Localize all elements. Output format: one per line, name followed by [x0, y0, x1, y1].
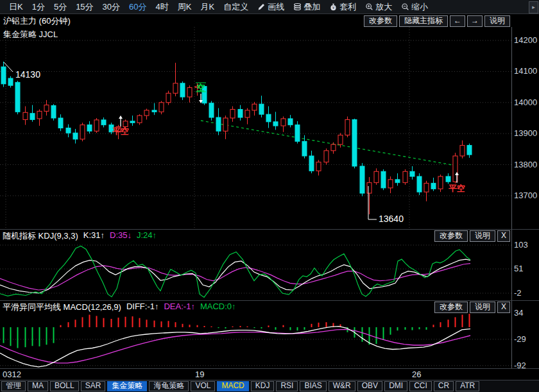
- strategy-label: 集金策略 JJCL: [3, 29, 58, 40]
- kdj-help-button[interactable]: 说明: [470, 230, 495, 242]
- tab-dmi[interactable]: DMI: [384, 381, 407, 391]
- kdj-change-params-button[interactable]: 改参数: [434, 230, 468, 242]
- symbol-title: 沪铝主力 (60分钟): [0, 15, 71, 27]
- axis-label: 13900: [514, 128, 537, 138]
- draw-line-button[interactable]: 画线: [257, 1, 284, 13]
- period-weekly[interactable]: 周K: [178, 1, 192, 13]
- prev-arrow-button[interactable]: ←: [450, 15, 465, 27]
- tab-atr[interactable]: ATR: [456, 381, 479, 391]
- price-axis: 14200141001400013900138001370010351-234-…: [511, 27, 539, 369]
- arbitrage-button[interactable]: ¥ 套利: [329, 1, 356, 13]
- tab-rsi[interactable]: RSI: [276, 381, 298, 391]
- period-4h-label: 4时: [156, 1, 169, 13]
- period-custom[interactable]: 自定义: [223, 1, 248, 13]
- tab-bias[interactable]: BIAS: [300, 381, 326, 391]
- tab-cci[interactable]: CCI: [409, 381, 432, 391]
- period-monthly-label: 月K: [200, 1, 214, 13]
- period-1min-label: 1分: [32, 1, 45, 13]
- kdj-j-value: J:24↑: [137, 230, 157, 242]
- kdj-title: 随机指标 KDJ(9,3,3): [3, 230, 78, 242]
- zoom-in-label: 放大: [375, 1, 392, 13]
- axis-label: 34: [514, 308, 523, 318]
- period-60min-label: 60分: [129, 1, 146, 13]
- period-15min[interactable]: 15分: [76, 1, 93, 13]
- tab-vol[interactable]: VOL: [191, 381, 215, 391]
- macd-header: 平滑异同平均线 MACD(12,26,9) DIFF:-1↑ DEA:-1↑ M…: [0, 301, 511, 314]
- tab-manage[interactable]: 管理: [1, 381, 26, 391]
- stacked-layers-icon: [293, 3, 302, 11]
- macd-macd-value: MACD:0↑: [200, 302, 236, 313]
- panel-toggle-button[interactable]: ▸: [529, 1, 538, 13]
- macd-chart[interactable]: [0, 312, 511, 369]
- tab-ma[interactable]: MA: [28, 381, 48, 391]
- period-4h[interactable]: 4时: [156, 1, 169, 13]
- zoom-in-icon: [365, 3, 373, 11]
- tab-boll[interactable]: BOLL: [50, 381, 79, 391]
- change-params-button[interactable]: 改参数: [364, 15, 397, 27]
- macd-change-params-button[interactable]: 改参数: [434, 302, 468, 313]
- period-monthly[interactable]: 月K: [200, 1, 214, 13]
- svg-text:13640: 13640: [379, 214, 404, 224]
- zoom-out-label: 缩小: [411, 1, 428, 13]
- time-axis: 03121926: [0, 369, 539, 379]
- tab-obv[interactable]: OBV: [357, 381, 382, 391]
- tab-kdj[interactable]: KDJ: [251, 381, 275, 391]
- period-1min[interactable]: 1分: [32, 1, 45, 13]
- macd-dea-value: DEA:-1↑: [164, 302, 194, 313]
- period-60min[interactable]: 60分: [129, 1, 146, 13]
- money-bag-icon: ¥: [329, 3, 338, 11]
- macd-help-button[interactable]: 说明: [470, 302, 495, 313]
- axis-label: 13800: [514, 160, 537, 169]
- tab-wr[interactable]: W&R: [329, 381, 355, 391]
- period-15min-label: 15分: [76, 1, 93, 13]
- axis-label: -2: [514, 288, 522, 298]
- period-daily[interactable]: 日K: [9, 1, 23, 13]
- kdj-header: 随机指标 KDJ(9,3,3) K:31↑ D:35↓ J:24↑ 改参数 说明…: [0, 230, 511, 243]
- period-30min-label: 30分: [103, 1, 120, 13]
- axis-label: -29: [514, 334, 526, 344]
- arbitrage-label: 套利: [339, 1, 356, 13]
- kdj-k-value: K:31↑: [83, 230, 105, 242]
- tab-jijin-strategy[interactable]: 集金策略: [107, 381, 147, 391]
- period-5min-label: 5分: [54, 1, 67, 13]
- period-30min[interactable]: 30分: [103, 1, 120, 13]
- chart-titlebar: 沪铝主力 (60分钟) 改参数 隐藏主指标 ← → 说明: [0, 15, 539, 28]
- period-custom-label: 自定义: [223, 1, 248, 13]
- axis-label: 14200: [514, 35, 537, 45]
- svg-text:平空: 平空: [112, 126, 129, 136]
- tab-turtle-strategy[interactable]: 海龟策略: [149, 381, 189, 391]
- kdj-chart[interactable]: [0, 243, 511, 302]
- axis-label: 13700: [514, 191, 537, 200]
- draw-line-label: 画线: [268, 1, 284, 13]
- axis-label: 51: [514, 264, 523, 273]
- help-button[interactable]: 说明: [484, 15, 510, 27]
- macd-close-button[interactable]: X: [497, 302, 510, 313]
- zoom-out-icon: [401, 3, 409, 11]
- next-arrow-button[interactable]: →: [467, 15, 483, 27]
- zoom-out-button[interactable]: 缩小: [401, 1, 428, 13]
- hide-main-indicator-button[interactable]: 隐藏主指标: [399, 15, 448, 27]
- svg-text:平空: 平空: [449, 183, 465, 193]
- indicator-tabbar: 管理MABOLLSAR集金策略海龟策略VOLMACDKDJRSIBIASW&RO…: [0, 380, 539, 392]
- time-axis-label: 0312: [3, 370, 21, 379]
- time-axis-label: 26: [412, 370, 421, 379]
- axis-label: 14000: [514, 98, 537, 107]
- period-weekly-label: 周K: [178, 1, 192, 13]
- trading-app-window: 日K 1分 5分 15分 30分 60分 4时 周K 月K 自定义 画线 叠加 …: [0, 0, 539, 392]
- zoom-in-button[interactable]: 放大: [365, 1, 392, 13]
- panel-separator: [0, 368, 539, 369]
- tab-sar[interactable]: SAR: [81, 381, 106, 391]
- overlay-button[interactable]: 叠加: [293, 1, 320, 13]
- kdj-d-value: D:35↓: [110, 230, 132, 242]
- period-daily-label: 日K: [9, 1, 23, 13]
- period-5min[interactable]: 5分: [54, 1, 67, 13]
- axis-label: 14100: [514, 66, 537, 76]
- axis-label: 103: [514, 240, 528, 250]
- overlay-label: 叠加: [304, 1, 320, 13]
- tab-cr[interactable]: CR: [434, 381, 454, 391]
- macd-diff-value: DIFF:-1↑: [126, 302, 159, 313]
- svg-text:14130: 14130: [15, 69, 40, 80]
- kdj-close-button[interactable]: X: [497, 230, 510, 242]
- tab-macd[interactable]: MACD: [217, 381, 248, 391]
- candlestick-chart[interactable]: 1413013640平空空平空: [0, 27, 511, 230]
